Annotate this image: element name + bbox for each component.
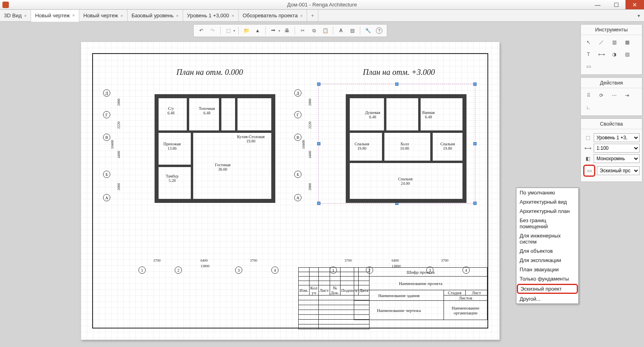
level-icon: ⬚ [583,133,592,142]
axis-letter: Д [103,89,110,97]
panel-properties: Свойства ⬚ Уровень 1 +3, ⟷ 1:100 ◧ Монох… [580,118,642,182]
close-icon[interactable]: × [176,13,178,18]
copy-button[interactable]: ⧉ [309,25,319,36]
dropdown-item[interactable]: Для инженерных систем [516,231,578,246]
axis-letter: А [103,194,110,201]
tab-new-drawing-1[interactable]: Новый чертеж× [31,10,79,22]
array-icon[interactable]: ⋯ [609,91,619,100]
canvas[interactable]: ↶ ↷ ⬚▾ 📁 ▲ ⮕▾ 🖶 ✂ ⧉ 📋 A ▤ 🔧 ? План на от… [0,22,580,347]
panel-actions: Действия ⠿ ⟳ ⋯ ⇥ ∟ [580,77,642,116]
angle-icon[interactable]: ∟ [583,103,594,112]
dropdown-item[interactable]: Для объектов [516,246,578,256]
tab-label: Базовый уровень [132,12,174,19]
save-button[interactable]: ▲ [252,25,263,36]
detail-icon[interactable]: ◑ [609,50,619,59]
stair-icon[interactable]: ▥ [609,37,619,47]
panel-tools: Инструменты ↖ ／ ▥ ▦ T ⟷ ◑ ▤ ▭ [580,24,642,75]
dropdown-item[interactable]: По умолчанию [516,188,578,197]
paste-button[interactable]: 📋 [320,25,330,36]
style-icon: ◧ [583,154,592,163]
axis-letter: Г [103,111,110,118]
tab-new-drawing-2[interactable]: Новый чертеж× [79,10,128,21]
tabs-menu-chevron-icon[interactable]: ▾ [634,10,644,21]
window-title: Дом-001 - Renga Architecture [287,2,357,8]
tab-level-1[interactable]: Уровень 1 +3,000× [183,10,239,21]
title-bar: Дом-001 - Renga Architecture — ☐ ✕ [0,0,644,10]
cursor-icon[interactable]: ↖ [583,37,594,47]
plan-right-title: План на отм. +3.000 [363,68,435,77]
open-button[interactable]: 📁 [241,25,252,36]
filter-dropdown[interactable]: По умолчаниюАрхитектурный видАрхитектурн… [516,188,579,304]
tab-label: Уровень 1 +3,000 [187,12,229,19]
minimize-button[interactable]: — [588,0,607,9]
axis-letter: В [103,134,110,141]
panel-title: Инструменты [581,25,642,35]
settings-button[interactable]: 🔧 [363,25,373,36]
close-icon[interactable]: × [24,13,27,18]
tab-label: 3D Вид [4,12,22,19]
dropdown-item[interactable]: Другой... [516,294,578,304]
style-select[interactable]: Монохромнь [594,154,640,163]
tabs-row: 3D Вид× Новый чертеж× Новый чертеж× Базо… [0,10,644,22]
hatch-icon[interactable]: ▦ [622,37,632,47]
text-style-button[interactable]: A [336,25,346,36]
cut-button[interactable]: ✂ [297,25,308,36]
filter-icon-highlight: ▭ [583,165,595,177]
tab-3d-view[interactable]: 3D Вид× [0,10,31,21]
undo-button[interactable]: ↶ [196,25,206,36]
close-icon[interactable]: × [300,13,303,18]
right-panels: Инструменты ↖ ／ ▥ ▦ T ⟷ ◑ ▤ ▭ Действия ⠿… [580,22,644,347]
dimension-icon[interactable]: ⟷ [596,50,607,59]
plan-left-title: План на отм. 0.000 [176,68,243,77]
dropdown-item[interactable]: Для экспликации [516,256,578,265]
panel-title: Действия [581,78,642,88]
main-toolbar: ↶ ↷ ⬚▾ 📁 ▲ ⮕▾ 🖶 ✂ ⧉ 📋 A ▤ 🔧 ? [193,24,387,37]
title-block: Изм. Кол уч Лист № Док. Подпись Дата [298,267,487,328]
redo-button[interactable]: ↷ [207,25,218,36]
move-icon[interactable]: ⠿ [583,91,594,100]
maximize-button[interactable]: ☐ [607,0,625,9]
axis-letter: Г [294,111,301,118]
help-button[interactable]: ? [374,25,384,36]
mirror-icon[interactable]: ⇥ [622,91,632,100]
grid-icon[interactable]: ▤ [622,50,632,59]
axis-number: 3 [235,266,242,274]
tab-label: Новый чертеж [83,12,118,19]
close-icon[interactable]: × [120,13,123,18]
tab-label: Новый чертеж [35,12,70,19]
axis-number: 2 [175,266,182,274]
tab-label: Обозреватель проекта [243,12,298,19]
export-button[interactable]: ⮕ [268,25,279,36]
tab-browser[interactable]: Обозреватель проекта× [239,10,307,21]
dropdown-item[interactable]: Только фундаменты [516,274,578,283]
tab-add[interactable]: + [307,10,318,21]
dropdown-item[interactable]: Архитектурный вид [516,197,578,207]
level-select[interactable]: Уровень 1 +3, [594,133,640,142]
close-icon[interactable]: × [231,13,234,18]
scale-select[interactable]: 1:100 [594,144,640,153]
text-icon[interactable]: T [583,50,594,59]
model-button[interactable]: ⬚ [223,25,233,36]
axis-number: 1 [138,266,146,274]
app-icon [2,2,9,8]
sheet-icon[interactable]: ▭ [583,62,594,71]
axis-number: 4 [271,266,279,274]
axis-letter: В [294,134,301,141]
dropdown-item[interactable]: Архитектурный план [516,207,578,216]
line-icon[interactable]: ／ [596,37,607,47]
plan-right[interactable]: Д Г В Б А 1 2 3 4 [306,86,479,259]
axis-letter: Д [294,89,301,97]
axis-letter: А [294,194,301,201]
tab-base-level[interactable]: Базовый уровень× [128,10,183,21]
print-button[interactable]: 🖶 [282,25,292,36]
close-icon[interactable]: × [72,13,74,18]
filter-select[interactable]: Эскизный прс [597,166,640,175]
rotate-icon[interactable]: ⟳ [596,91,607,100]
dropdown-item[interactable]: План эвакуации [516,265,578,274]
dropdown-item[interactable]: Без границ помещений [516,216,578,231]
dropdown-item[interactable]: Эскизный проект [517,284,578,294]
axis-letter: Б [103,171,110,178]
drawing-sheet: План на отм. 0.000 План на отм. +3.000 Д… [81,42,500,340]
layers-button[interactable]: ▤ [347,25,357,36]
close-button[interactable]: ✕ [625,0,644,9]
